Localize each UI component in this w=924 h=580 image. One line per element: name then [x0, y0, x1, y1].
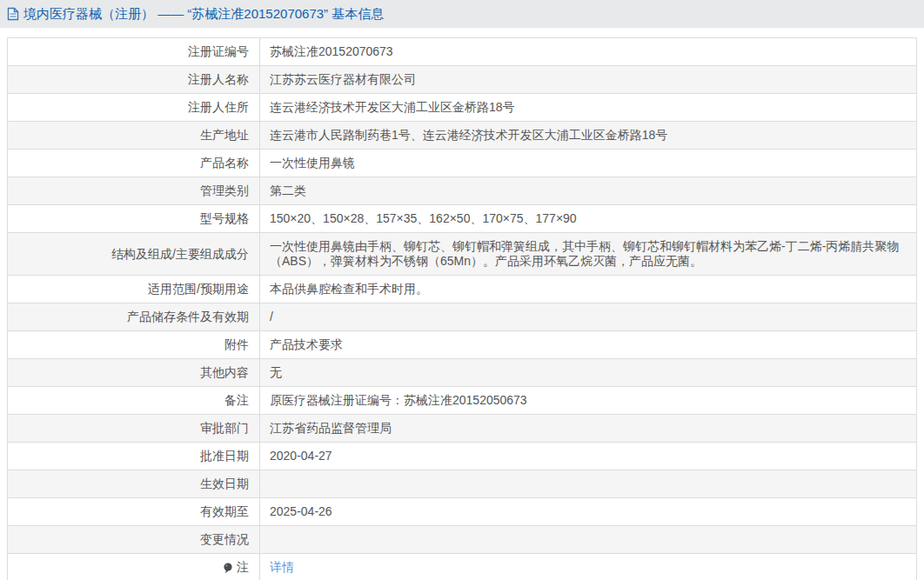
- row-label: 变更情况: [8, 526, 260, 553]
- row-label: 附件: [8, 331, 260, 358]
- value-text: 2020-04-27: [270, 449, 332, 463]
- row-value: 一次性使用鼻镜: [260, 150, 916, 177]
- note-icon: [224, 563, 232, 574]
- value-text: 无: [270, 365, 282, 380]
- table-row: 附件 产品技术要求: [8, 331, 916, 359]
- table-row: 管理类别 第二类: [8, 177, 916, 205]
- content-panel: 注册证编号 苏械注准20152070673 注册人名称 江苏苏云医疗器材有限公司…: [0, 28, 924, 580]
- value-text: 一次性使用鼻镜: [270, 156, 355, 170]
- row-value: 江苏省药品监督管理局: [260, 415, 916, 442]
- row-label: 批准日期: [8, 443, 260, 470]
- table-row: 审批部门 江苏省药品监督管理局: [8, 415, 916, 443]
- row-label: 产品储存条件及有效期: [8, 303, 260, 330]
- page-title: 境内医疗器械（注册） —— “苏械注准20152070673” 基本信息: [23, 6, 384, 23]
- table-row: 适用范围/预期用途 本品供鼻腔检查和手术时用。: [8, 276, 916, 303]
- table-row: 生效日期: [8, 470, 916, 498]
- row-value: 江苏苏云医疗器材有限公司: [260, 66, 916, 93]
- row-value: 无: [260, 359, 916, 386]
- table-row: 型号规格 150×20、150×28、157×35、162×50、170×75、…: [8, 205, 916, 233]
- table-row: 有效期至 2025-04-26: [8, 498, 916, 526]
- row-value: 第二类: [260, 177, 916, 204]
- table-row: 注册人名称 江苏苏云医疗器材有限公司: [8, 66, 916, 94]
- row-value: 2020-04-27: [260, 443, 916, 470]
- value-text: 江苏苏云医疗器材有限公司: [270, 72, 416, 87]
- row-label: 有效期至: [8, 498, 260, 525]
- row-label: 注册人名称: [8, 66, 260, 93]
- table-row: 批准日期 2020-04-27: [8, 443, 916, 470]
- table-row: 产品储存条件及有效期 /: [8, 303, 916, 331]
- value-text: 第二类: [270, 183, 306, 198]
- row-label: 生效日期: [8, 470, 260, 497]
- table-row: 变更情况: [8, 526, 916, 554]
- row-value: 原医疗器械注册证编号：苏械注准20152050673: [260, 387, 916, 414]
- table-row: 注册人住所 连云港经济技术开发区大浦工业区金桥路18号: [8, 94, 916, 122]
- note-label-text: 注: [237, 560, 249, 575]
- table-row: 注册证编号 苏械注准20152070673: [8, 38, 916, 66]
- value-text: 苏械注准20152070673: [270, 44, 393, 59]
- value-text: 原医疗器械注册证编号：苏械注准20152050673: [270, 393, 527, 408]
- table-row: 其他内容 无: [8, 359, 916, 387]
- table-row: 产品名称 一次性使用鼻镜: [8, 150, 916, 177]
- row-label: 注册证编号: [8, 38, 260, 65]
- value-text: 2025-04-26: [270, 504, 332, 519]
- page-header: 境内医疗器械（注册） —— “苏械注准20152070673” 基本信息: [0, 0, 924, 28]
- table-row-note: 注 详情: [8, 554, 916, 580]
- row-label: 生产地址: [8, 122, 260, 149]
- row-label: 备注: [8, 387, 260, 414]
- row-label: 注册人住所: [8, 94, 260, 121]
- table-row: 生产地址 连云港市人民路制药巷1号、连云港经济技术开发区大浦工业区金桥路18号: [8, 122, 916, 150]
- value-text: 连云港经济技术开发区大浦工业区金桥路18号: [270, 100, 515, 115]
- value-text: 产品技术要求: [270, 337, 343, 352]
- value-text: /: [270, 310, 273, 324]
- row-value: [260, 526, 916, 553]
- row-value: 连云港市人民路制药巷1号、连云港经济技术开发区大浦工业区金桥路18号: [260, 122, 916, 149]
- row-value: 苏械注准20152070673: [260, 38, 916, 65]
- value-text: 江苏省药品监督管理局: [270, 421, 392, 436]
- row-label: 结构及组成/主要组成成分: [8, 233, 260, 275]
- document-icon: [7, 7, 19, 21]
- row-label: 适用范围/预期用途: [8, 276, 260, 303]
- value-text: 150×20、150×28、157×35、162×50、170×75、177×9…: [270, 211, 577, 226]
- row-value: 一次性使用鼻镜由手柄、铆钉芯、铆钉帽和弹簧组成，其中手柄、铆钉芯和铆钉帽材料为苯…: [260, 233, 916, 275]
- row-value: 150×20、150×28、157×35、162×50、170×75、177×9…: [260, 205, 916, 232]
- row-value: [260, 470, 916, 497]
- table-row: 结构及组成/主要组成成分 一次性使用鼻镜由手柄、铆钉芯、铆钉帽和弹簧组成，其中手…: [8, 233, 916, 276]
- row-value: 详情: [260, 554, 916, 580]
- value-text: 连云港市人民路制药巷1号、连云港经济技术开发区大浦工业区金桥路18号: [270, 128, 667, 143]
- row-value: 本品供鼻腔检查和手术时用。: [260, 276, 916, 303]
- row-value: 2025-04-26: [260, 498, 916, 525]
- row-value: 产品技术要求: [260, 331, 916, 358]
- row-label: 产品名称: [8, 150, 260, 177]
- table-row: 备注 原医疗器械注册证编号：苏械注准20152050673: [8, 387, 916, 415]
- value-text: 本品供鼻腔检查和手术时用。: [270, 282, 428, 297]
- row-label: 型号规格: [8, 205, 260, 232]
- registration-info-table: 注册证编号 苏械注准20152070673 注册人名称 江苏苏云医疗器材有限公司…: [7, 37, 917, 580]
- row-label: 管理类别: [8, 177, 260, 204]
- row-label: 注: [8, 554, 260, 580]
- row-value: 连云港经济技术开发区大浦工业区金桥路18号: [260, 94, 916, 121]
- row-value: /: [260, 303, 916, 330]
- row-label: 其他内容: [8, 359, 260, 386]
- value-text: 一次性使用鼻镜由手柄、铆钉芯、铆钉帽和弹簧组成，其中手柄、铆钉芯和铆钉帽材料为苯…: [270, 239, 904, 269]
- details-link[interactable]: 详情: [270, 560, 294, 575]
- row-label: 审批部门: [8, 415, 260, 442]
